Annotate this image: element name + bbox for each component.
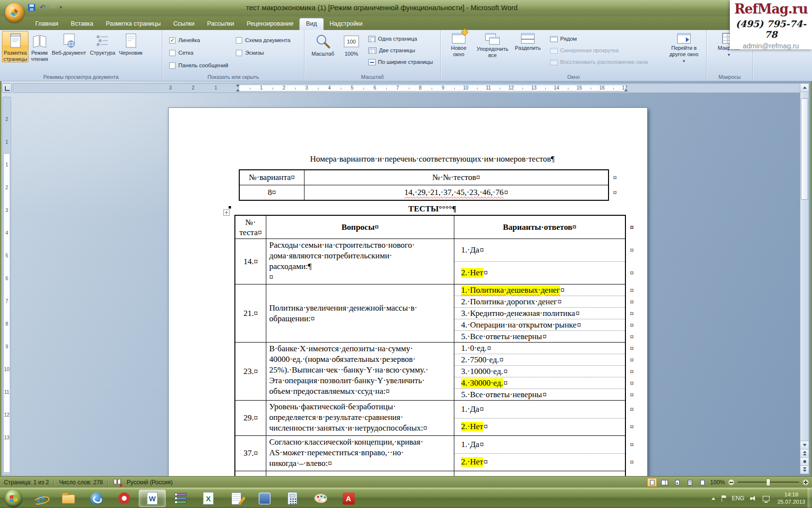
language-indicator[interactable]: Русский (Россия) <box>127 479 173 486</box>
two-pages-button[interactable]: Две страницы <box>366 45 435 56</box>
start-button[interactable] <box>5 490 22 507</box>
checkbox-thumbnails[interactable]: Эскизы <box>236 46 290 59</box>
taskbar-winrar-button[interactable] <box>167 490 193 507</box>
taskbar-blue-round-app-button[interactable] <box>83 490 109 507</box>
tab-mailings[interactable]: Рассылки <box>201 18 240 30</box>
checkbox-icon[interactable] <box>169 50 175 56</box>
tab-stop-selector[interactable] <box>2 83 12 93</box>
network-icon[interactable] <box>763 496 769 501</box>
end-of-row-mark: ¤ <box>630 458 634 466</box>
checkbox-icon[interactable] <box>236 50 242 56</box>
first-line-indent-marker[interactable] <box>236 85 240 87</box>
document-page[interactable]: Номера·вариантов·и·перечень·соответствую… <box>168 107 648 476</box>
ruler-number: 14 <box>545 84 568 92</box>
full-screen-reading-button[interactable]: Режим чтения <box>29 31 49 62</box>
tab-home[interactable]: Главная <box>29 18 65 30</box>
vertical-ruler[interactable]: 21 12345678910111213 <box>2 97 11 475</box>
view-side-by-side-button[interactable]: Рядом <box>548 33 650 45</box>
switch-windows-button[interactable]: Перейти в другое окно <box>665 31 703 64</box>
zoom-slider[interactable] <box>738 481 799 483</box>
tab-references[interactable]: Ссылки <box>167 18 201 30</box>
action-center-icon[interactable] <box>721 495 726 502</box>
proofing-status-icon[interactable]: ✗ <box>113 479 122 486</box>
scroll-down-button[interactable] <box>800 441 809 449</box>
tab-insert[interactable]: Вставка <box>65 18 100 30</box>
view-full-screen-button[interactable] <box>660 478 669 487</box>
taskbar-internet-explorer-button[interactable]: e <box>27 490 53 507</box>
taskbar-blue-tile-app-button[interactable] <box>251 490 277 507</box>
language-indicator[interactable]: ENG <box>732 495 744 502</box>
ruler-number: 7 <box>3 290 11 313</box>
new-window-button[interactable]: Новое окно <box>445 31 473 58</box>
zoom-100-button[interactable]: 100 100% <box>339 31 363 57</box>
show-desktop-button[interactable] <box>808 488 812 508</box>
taskbar-excel-button[interactable] <box>195 490 221 507</box>
arrange-all-button[interactable]: Упорядочить все <box>475 31 510 59</box>
tab-add-ins[interactable]: Надстройки <box>323 18 369 30</box>
scrollbar-thumb[interactable] <box>801 98 808 200</box>
horizontal-ruler[interactable]: 321 1234567891011121314151617 <box>13 83 800 93</box>
end-of-row-mark: ¤ <box>630 321 634 329</box>
checkbox-icon[interactable] <box>169 62 175 69</box>
zoom-level[interactable]: 100% <box>710 479 725 486</box>
web-layout-button[interactable]: Веб-документ <box>50 31 87 62</box>
checkbox-gridlines[interactable]: Сетка <box>169 46 228 59</box>
view-draft-button[interactable] <box>697 478 707 487</box>
scroll-up-button[interactable] <box>800 84 809 92</box>
taskbar-red-round-app-button[interactable] <box>111 490 137 507</box>
next-page-button[interactable] <box>800 465 809 474</box>
office-button[interactable] <box>5 3 24 22</box>
view-print-layout-button[interactable] <box>647 478 657 487</box>
outline-view-button[interactable]: Структура <box>88 31 116 62</box>
taskbar-word-button[interactable] <box>139 490 165 507</box>
checkbox-ruler[interactable]: ✓ Линейка <box>169 34 228 46</box>
tray-expand-icon[interactable] <box>711 497 715 500</box>
cell-mark: ¤ <box>504 188 508 197</box>
tab-view[interactable]: Вид <box>300 18 323 30</box>
checkbox-icon[interactable]: ✓ <box>169 37 175 44</box>
checkbox-icon[interactable] <box>236 37 242 44</box>
print-layout-button[interactable]: Разметка страницы <box>2 31 29 62</box>
ruler-numbers: 1234567891011121314151617 <box>250 84 636 92</box>
vertical-scrollbar[interactable] <box>800 83 809 474</box>
checkbox-message-bar[interactable]: Панель сообщений <box>169 59 228 72</box>
ruler-number: 11 <box>477 84 500 92</box>
table-row: 14.¤ Расходы·семьи·на·строительство·ново… <box>235 239 625 284</box>
taskbar-explorer-button[interactable] <box>55 490 81 507</box>
split-button[interactable]: Разделить <box>512 31 543 51</box>
taskbar-notepad-button[interactable] <box>223 490 249 507</box>
zoom-in-button[interactable] <box>802 479 809 486</box>
select-browse-object-button[interactable] <box>800 457 809 465</box>
checkbox-document-map[interactable]: Схема документа <box>236 34 290 46</box>
taskbar-calculator-button[interactable] <box>279 490 305 507</box>
synchronous-scrolling-button[interactable]: Синхронная прокрутка <box>548 45 650 56</box>
qat-customize-icon[interactable] <box>59 5 62 10</box>
page-indicator[interactable]: Страница: 1 из 2 <box>4 479 49 486</box>
taskbar-paint-button[interactable] <box>307 490 334 507</box>
draft-view-button[interactable]: Черновик <box>117 31 144 62</box>
right-indent-marker[interactable] <box>624 89 628 91</box>
doc-heading: Номера·вариантов·и·перечень·соответствую… <box>239 153 626 165</box>
undo-icon[interactable]: ↶ <box>40 3 45 11</box>
reset-window-position-button[interactable]: Восстановить расположение окна <box>548 56 650 68</box>
switch-windows-icon <box>677 33 691 44</box>
zoom-button[interactable]: Масштаб <box>308 31 337 57</box>
one-page-button[interactable]: Одна страница <box>366 33 435 45</box>
save-icon[interactable] <box>28 4 35 11</box>
volume-icon[interactable] <box>750 495 757 501</box>
view-web-layout-button[interactable] <box>672 478 682 487</box>
ruler-number: 8 <box>409 84 432 92</box>
view-outline-button[interactable] <box>685 478 695 487</box>
tab-page-layout[interactable]: Разметка страницы <box>100 18 167 30</box>
taskbar-adobe-reader-button[interactable] <box>335 490 362 507</box>
zoom-out-button[interactable] <box>728 479 735 486</box>
clock[interactable]: 14:18 25.07.2013 <box>777 491 805 506</box>
page-width-button[interactable]: По ширине страницы <box>366 56 435 68</box>
table-move-handle[interactable] <box>223 209 230 216</box>
hanging-indent-marker[interactable] <box>236 89 240 91</box>
word-count[interactable]: Число слов: 278 <box>59 479 103 486</box>
redo-icon[interactable]: ↷ <box>50 3 56 11</box>
zoom-slider-thumb[interactable] <box>766 478 770 486</box>
previous-page-button[interactable] <box>800 449 809 457</box>
tab-review[interactable]: Рецензирование <box>241 18 300 30</box>
